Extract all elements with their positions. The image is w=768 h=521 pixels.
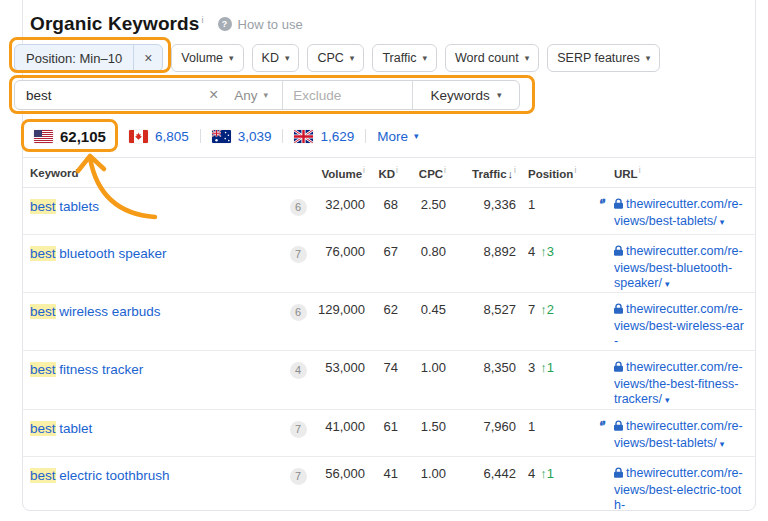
include-input[interactable] bbox=[26, 88, 203, 103]
traffic-cell: 8,527 bbox=[446, 302, 516, 317]
serp-features-badge: 7 bbox=[290, 246, 307, 263]
keyword-count: 62,105 bbox=[60, 128, 106, 145]
us-flag-icon bbox=[34, 130, 53, 143]
table-row: best tablets 6 32,000 68 2.50 9,336 1 ❛❜… bbox=[22, 188, 756, 235]
lock-icon bbox=[614, 198, 623, 214]
kd-cell: 62 bbox=[365, 302, 398, 317]
table-row: best tablet 7 41,000 61 1.50 7,960 1 ❛❜ … bbox=[22, 410, 756, 457]
url-cell: thewirecutter.com/re- views/best-tablets… bbox=[614, 419, 748, 452]
cpc-cell: 1.00 bbox=[398, 360, 446, 375]
serp-features-count-cell: 7 bbox=[285, 419, 311, 438]
position-cell: 1 bbox=[516, 197, 590, 212]
cpc-cell: 1.50 bbox=[398, 419, 446, 434]
url-dropdown-icon[interactable]: ▾ bbox=[665, 395, 670, 405]
table-row: best electric toothbrush 7 56,000 41 1.0… bbox=[22, 457, 756, 511]
cpc-filter-button[interactable]: CPC▾ bbox=[307, 44, 364, 72]
position-filter-chip[interactable]: Position: Min–10 × bbox=[14, 44, 163, 72]
col-header-traffic[interactable]: Traffic↓i bbox=[446, 165, 516, 180]
country-tab-ca[interactable]: 6,805 bbox=[118, 129, 200, 144]
col-header-url[interactable]: URLi bbox=[614, 165, 748, 180]
filter-bar: Position: Min–10 × Volume▾ KD▾ CPC▾ Traf… bbox=[14, 44, 660, 72]
highlighted-match: best bbox=[30, 468, 56, 483]
chevron-down-icon: ▾ bbox=[525, 53, 530, 63]
position-cell: 3↑1 bbox=[516, 360, 590, 375]
url-cell: thewirecutter.com/re- views/the-best-fit… bbox=[614, 360, 748, 409]
lock-icon bbox=[614, 303, 623, 319]
organic-keywords-report: Organic Keywordsi ? How to use Position:… bbox=[0, 0, 768, 521]
url-cell: thewirecutter.com/re- views/best-tablets… bbox=[614, 197, 748, 230]
volume-cell: 41,000 bbox=[311, 419, 365, 434]
volume-filter-button[interactable]: Volume▾ bbox=[171, 44, 243, 72]
chevron-down-icon: ▾ bbox=[646, 53, 651, 63]
keyword-cell: best bluetooth speaker bbox=[30, 244, 285, 262]
how-to-use-link[interactable]: ? How to use bbox=[218, 17, 303, 32]
search-scope-dropdown[interactable]: Keywords▾ bbox=[412, 81, 519, 109]
url-dropdown-icon[interactable]: ▾ bbox=[665, 279, 670, 289]
keyword-count: 3,039 bbox=[238, 129, 272, 144]
exclude-section bbox=[283, 81, 412, 109]
keyword-link[interactable]: best wireless earbuds bbox=[30, 304, 161, 319]
how-to-use-label: How to use bbox=[238, 17, 303, 32]
chevron-down-icon: ▾ bbox=[264, 90, 269, 100]
country-tab-au[interactable]: 3,039 bbox=[201, 129, 283, 144]
url-cell: thewirecutter.com/re- views/best-bluetoo… bbox=[614, 244, 748, 293]
kd-filter-button[interactable]: KD▾ bbox=[252, 44, 300, 72]
cpc-cell: 2.50 bbox=[398, 197, 446, 212]
page-title: Organic Keywordsi bbox=[30, 13, 204, 35]
exclude-input[interactable] bbox=[293, 88, 402, 103]
serp-features-count-cell: 7 bbox=[285, 466, 311, 485]
position-cell: 4↑3 bbox=[516, 244, 590, 259]
url-dropdown-icon[interactable]: ▾ bbox=[720, 439, 725, 449]
serp-features-count-cell: 7 bbox=[285, 244, 311, 263]
keyword-link[interactable]: best tablets bbox=[30, 199, 99, 214]
quote-icon: ❛❜ bbox=[590, 197, 614, 212]
url-link[interactable]: thewirecutter.com/re- views/best-wireles… bbox=[614, 302, 744, 351]
serp-features-filter-button[interactable]: SERP features▾ bbox=[547, 44, 660, 72]
url-link[interactable]: thewirecutter.com/re- views/the-best-fit… bbox=[614, 360, 743, 406]
cpc-cell: 0.80 bbox=[398, 244, 446, 259]
chevron-down-icon: ▾ bbox=[285, 53, 290, 63]
clear-icon[interactable]: × bbox=[203, 86, 224, 104]
traffic-filter-button[interactable]: Traffic▾ bbox=[372, 44, 437, 72]
col-header-position[interactable]: Positioni bbox=[516, 165, 590, 180]
remove-filter-icon[interactable]: × bbox=[133, 45, 162, 71]
position-change-badge: ↑2 bbox=[540, 302, 554, 317]
position-cell: 4↑1 bbox=[516, 466, 590, 481]
col-header-cpc[interactable]: CPCi bbox=[398, 165, 446, 180]
url-link[interactable]: thewirecutter.com/re- views/best-bluetoo… bbox=[614, 244, 743, 290]
kd-cell: 67 bbox=[365, 244, 398, 259]
cpc-cell: 0.45 bbox=[398, 302, 446, 317]
info-icon: i bbox=[201, 15, 203, 25]
url-dropdown-icon[interactable]: ▾ bbox=[720, 217, 725, 227]
position-change-badge: ↑1 bbox=[540, 360, 554, 375]
col-header-kd[interactable]: KDi bbox=[365, 165, 398, 180]
serp-features-badge: 6 bbox=[290, 199, 307, 216]
keyword-link[interactable]: best fitness tracker bbox=[30, 362, 143, 377]
title-row: Organic Keywordsi ? How to use bbox=[30, 13, 303, 35]
col-header-volume[interactable]: Volumei bbox=[311, 165, 365, 180]
volume-cell: 53,000 bbox=[311, 360, 365, 375]
match-mode-dropdown[interactable]: Any▾ bbox=[224, 88, 278, 103]
lock-icon bbox=[614, 467, 623, 483]
serp-features-badge: 4 bbox=[290, 362, 307, 379]
position-change-badge: ↑3 bbox=[540, 244, 554, 259]
url-link[interactable]: thewirecutter.com/re- views/best-electri… bbox=[614, 466, 743, 511]
info-icon: i bbox=[639, 165, 641, 175]
highlighted-match: best bbox=[30, 199, 56, 214]
keyword-link[interactable]: best bluetooth speaker bbox=[30, 246, 167, 261]
word-count-filter-button[interactable]: Word count▾ bbox=[445, 44, 539, 72]
lock-icon bbox=[614, 245, 623, 261]
serp-features-badge: 7 bbox=[290, 468, 307, 485]
more-countries-dropdown[interactable]: More▾ bbox=[366, 129, 429, 144]
kd-cell: 61 bbox=[365, 419, 398, 434]
ca-flag-icon bbox=[129, 130, 148, 143]
traffic-cell: 8,350 bbox=[446, 360, 516, 375]
au-flag-icon bbox=[212, 130, 231, 143]
country-tab-us[interactable]: 62,105 bbox=[30, 128, 117, 145]
keyword-link[interactable]: best electric toothbrush bbox=[30, 468, 170, 483]
position-cell: 7↑2 bbox=[516, 302, 590, 317]
keyword-cell: best tablets bbox=[30, 197, 285, 215]
include-section: × Any▾ bbox=[15, 81, 282, 109]
country-tab-gb[interactable]: 1,629 bbox=[283, 129, 365, 144]
keyword-link[interactable]: best tablet bbox=[30, 421, 92, 436]
